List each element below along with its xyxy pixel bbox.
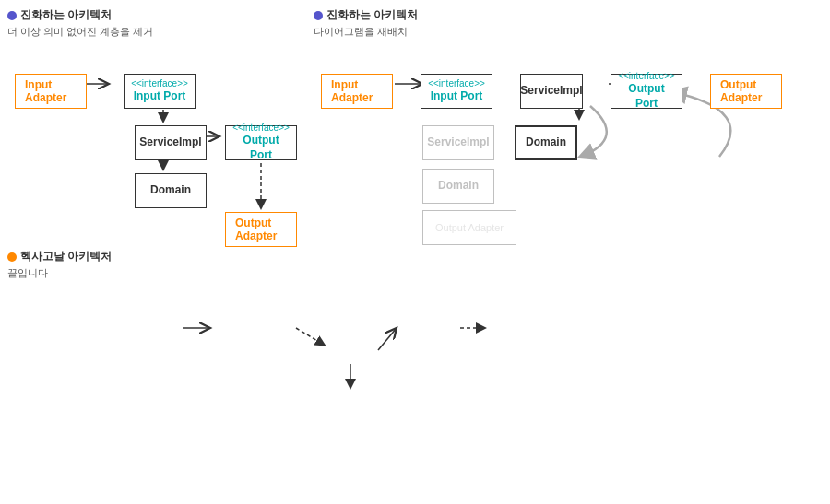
- dot3-icon: [7, 252, 17, 262]
- diag1-domain: Domain: [135, 173, 207, 208]
- dot2-icon: [314, 11, 323, 20]
- svg-line-13: [296, 328, 324, 345]
- diag1-output-port: <<interface>> Output Port: [225, 125, 297, 160]
- diagram3-subtitle: 끝입니다: [7, 266, 112, 280]
- diag2-ghost-output-adapter: Output Adapter: [422, 210, 516, 245]
- diag2-ghost-service-impl: ServiceImpl: [422, 125, 494, 160]
- diag1-service-impl: ServiceImpl: [135, 125, 207, 160]
- diag1-input-port: <<interface>> Input Port: [124, 74, 196, 109]
- diagram3: 헥사고날 아키텍처 끝입니다 Input Adapter <<interface…: [7, 249, 112, 280]
- dot-icon: [7, 11, 17, 20]
- diagram1: 진화하는 아키텍처 더 이상 의미 없어진 계층을 제거 Input Adapt…: [7, 7, 153, 39]
- diagram1-subtitle: 더 이상 의미 없어진 계층을 제거: [7, 25, 153, 39]
- diagram1-title: 진화하는 아키텍처: [7, 7, 153, 23]
- diagram2: 진화하는 아키텍처 다이어그램을 재배치 Input Adapter <<int…: [314, 7, 418, 39]
- diagram2-subtitle: 다이어그램을 재배치: [314, 25, 418, 39]
- diag1-input-adapter: Input Adapter: [15, 74, 87, 109]
- diag2-service-impl: ServiceImpl: [520, 74, 583, 109]
- diag2-ghost-domain: Domain: [422, 169, 494, 204]
- diag2-output-adapter: Output Adapter: [710, 74, 782, 109]
- diag2-input-port: <<interface>> Input Port: [421, 74, 492, 109]
- diagram3-title: 헥사고날 아키텍처: [7, 249, 112, 264]
- svg-line-16: [378, 328, 397, 350]
- diag2-input-adapter: Input Adapter: [321, 74, 393, 109]
- diag2-output-port: <<interface>> Output Port: [611, 74, 682, 109]
- diagram2-title: 진화하는 아키텍처: [314, 7, 418, 23]
- diag1-output-adapter: Output Adapter: [225, 212, 297, 247]
- diag2-domain: Domain: [515, 125, 577, 160]
